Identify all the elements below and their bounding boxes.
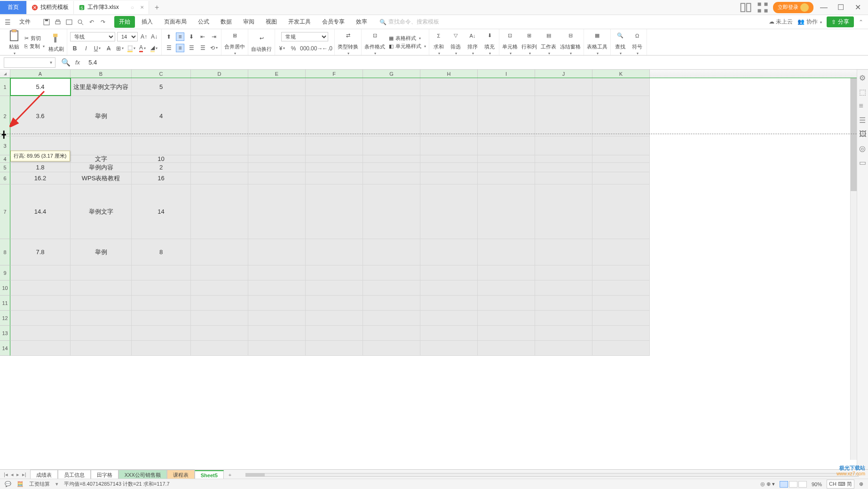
cell-E13[interactable] — [248, 326, 306, 340]
cell-F6[interactable] — [306, 172, 363, 184]
cell-E11[interactable] — [248, 296, 306, 310]
cell-F8[interactable] — [306, 239, 363, 265]
cell-G12[interactable] — [363, 311, 420, 325]
coop-button[interactable]: 👥 协作 ▾ — [797, 18, 822, 26]
indent-decrease-icon[interactable]: ⇤ — [198, 32, 207, 41]
col-header-H[interactable]: H — [420, 70, 478, 78]
cell-C4[interactable]: 10 — [132, 155, 191, 162]
cell-K11[interactable] — [592, 296, 650, 310]
cell-E14[interactable] — [248, 341, 306, 355]
cell-B1[interactable]: 这里是举例文字内容 — [71, 78, 132, 96]
cell-J3[interactable] — [535, 136, 592, 155]
border-button[interactable]: ⊞▾ — [116, 44, 124, 53]
highlight-button[interactable]: ◢▾ — [150, 44, 158, 53]
cell-D7[interactable] — [191, 184, 248, 239]
cell-B3[interactable] — [71, 136, 132, 155]
cell-G13[interactable] — [363, 326, 420, 340]
cell-I10[interactable] — [478, 281, 535, 295]
view-page-icon[interactable] — [789, 481, 797, 488]
row-header-13[interactable]: 13 — [0, 326, 10, 341]
cell-button[interactable]: ⊡单元格▾ — [502, 29, 518, 56]
cell-C3[interactable] — [132, 136, 191, 155]
cell-A12[interactable] — [10, 311, 71, 325]
cell-J13[interactable] — [535, 326, 592, 340]
cell-J1[interactable] — [535, 78, 592, 96]
undo-icon[interactable]: ↶ — [88, 18, 95, 26]
align-middle-icon[interactable]: ≡ — [176, 32, 184, 41]
font-name-select[interactable]: 等线 — [70, 32, 115, 41]
cell-G14[interactable] — [363, 341, 420, 355]
cell-I9[interactable] — [478, 265, 535, 280]
cell-C11[interactable] — [132, 296, 191, 310]
align-center-icon[interactable]: ≡ — [176, 44, 184, 52]
cell-F9[interactable] — [306, 265, 363, 280]
layout-icon[interactable] — [739, 1, 752, 14]
cell-G4[interactable] — [363, 155, 420, 162]
sheet-first-icon[interactable]: |◂ — [4, 472, 8, 478]
cell-H7[interactable] — [420, 184, 478, 239]
cell-J5[interactable] — [535, 163, 592, 172]
cell-J10[interactable] — [535, 281, 592, 295]
add-sheet-button[interactable]: + — [224, 472, 236, 478]
cell-F7[interactable] — [306, 184, 363, 239]
bold-button[interactable]: B — [71, 44, 79, 53]
menu-dev-tools[interactable]: 开发工具 — [284, 16, 316, 28]
tab-template[interactable]: 找稻壳模板 — [27, 1, 74, 14]
cell-H12[interactable] — [420, 311, 478, 325]
worksheet-button[interactable]: ▤工作表▾ — [541, 29, 556, 56]
status-calc-icon[interactable]: 🧮 — [17, 481, 24, 487]
italic-button[interactable]: I — [82, 44, 90, 53]
col-header-B[interactable]: B — [71, 70, 132, 78]
zoom-value[interactable]: 90% — [812, 481, 822, 487]
align-justify-icon[interactable]: ☰ — [198, 44, 207, 52]
cell-D1[interactable] — [191, 78, 248, 96]
cell-B7[interactable]: 举例文字 — [71, 184, 132, 239]
cell-C7[interactable]: 14 — [132, 184, 191, 239]
side-image-icon[interactable]: 🖼 — [859, 130, 867, 137]
strikethrough-button[interactable]: A̶ — [104, 44, 113, 53]
rowscols-button[interactable]: ⊞行和列▾ — [521, 29, 537, 56]
side-select-icon[interactable]: ⬚ — [859, 88, 867, 95]
cells-area[interactable]: 5.4这里是举例文字内容53.6举例49.9文字101.8举例内容216.2WP… — [10, 78, 650, 356]
cell-F1[interactable] — [306, 78, 363, 96]
cell-H8[interactable] — [420, 239, 478, 265]
vertical-scroll-thumb[interactable] — [851, 78, 857, 191]
percent-icon[interactable]: % — [289, 44, 298, 53]
cell-E8[interactable] — [248, 239, 306, 265]
tab-home[interactable]: 首页 — [0, 1, 27, 14]
currency-icon[interactable]: ¥▾ — [278, 44, 286, 53]
cell-B2[interactable]: 举例 — [71, 96, 132, 136]
cell-E3[interactable] — [248, 136, 306, 155]
cell-D11[interactable] — [191, 296, 248, 310]
menu-review[interactable]: 审阅 — [238, 16, 259, 28]
cell-G3[interactable] — [363, 136, 420, 155]
name-box[interactable]: ▾ — [4, 57, 55, 68]
cell-D10[interactable] — [191, 281, 248, 295]
cell-A5[interactable]: 1.8 — [10, 163, 71, 172]
col-header-F[interactable]: F — [306, 70, 363, 78]
cell-style-button[interactable]: ◧单元格样式▾ — [389, 43, 426, 50]
side-ruler-icon[interactable]: ≡ — [859, 102, 867, 109]
sheet-next-icon[interactable]: ▸ — [16, 472, 19, 478]
indent-increase-icon[interactable]: ⇥ — [210, 32, 218, 41]
align-left-icon[interactable]: ☰ — [165, 44, 173, 52]
table-style-button[interactable]: ▦表格样式▾ — [389, 35, 426, 42]
cell-H1[interactable] — [420, 78, 478, 96]
collapse-ribbon-icon[interactable]: ⌃ — [859, 19, 863, 25]
cell-H13[interactable] — [420, 326, 478, 340]
cell-C9[interactable] — [132, 265, 191, 280]
menu-insert[interactable]: 插入 — [137, 16, 158, 28]
cell-A10[interactable] — [10, 281, 71, 295]
print-icon[interactable] — [54, 18, 62, 26]
cell-I5[interactable] — [478, 163, 535, 172]
tab-close-icon[interactable]: ✕ — [140, 5, 144, 10]
cell-K3[interactable] — [592, 136, 650, 155]
cell-D13[interactable] — [191, 326, 248, 340]
row-header-11[interactable]: 11 — [0, 296, 10, 311]
cell-E9[interactable] — [248, 265, 306, 280]
maximize-button[interactable]: ☐ — [834, 1, 847, 14]
cell-G7[interactable] — [363, 184, 420, 239]
row-header-7[interactable]: 7 — [0, 184, 10, 239]
save-icon[interactable] — [43, 18, 50, 26]
preview-icon[interactable] — [77, 18, 84, 26]
